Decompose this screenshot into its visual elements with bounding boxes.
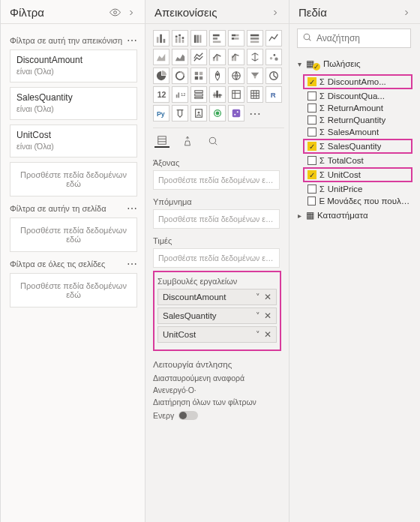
chevron-down-icon[interactable]: ˅ [254, 292, 262, 302]
viz-type-tile[interactable]: 12 [153, 86, 170, 103]
fields-tab-icon[interactable] [154, 134, 170, 148]
field-row[interactable]: ✓ Σ UnitCost [303, 167, 412, 182]
field-row[interactable]: Σ TotalCost [294, 154, 416, 166]
fields-search[interactable] [297, 28, 411, 48]
viz-type-tile[interactable] [172, 49, 188, 65]
more-icon[interactable]: ⋯ [127, 261, 137, 267]
field-row[interactable]: Ε Μονάδες που πουλήθηκ [294, 195, 416, 207]
viz-type-tile[interactable] [172, 105, 188, 122]
table-header[interactable]: ▸ ▦ Καταστήματα [294, 207, 416, 224]
close-icon[interactable]: ✕ [262, 292, 273, 302]
field-checkbox[interactable] [308, 92, 316, 100]
svg-rect-44 [195, 98, 203, 99]
viz-type-tile[interactable] [228, 105, 244, 122]
viz-type-tile[interactable] [228, 30, 244, 46]
more-icon[interactable]: ⋯ [127, 38, 137, 44]
field-row[interactable]: Σ DiscountQua... [294, 90, 416, 102]
field-checkbox[interactable] [308, 104, 316, 112]
viz-type-tile[interactable] [190, 86, 207, 103]
viz-type-tile[interactable] [228, 86, 244, 103]
tooltip-chip[interactable]: SalesQuantity ˅ ✕ [158, 308, 277, 324]
field-row[interactable]: Σ ReturnQuantity [294, 114, 416, 126]
field-row[interactable]: Σ UnitPrice [294, 183, 416, 195]
viz-type-tile[interactable] [209, 105, 226, 122]
field-checkbox[interactable]: ✓ [308, 170, 316, 179]
format-tab-icon[interactable] [180, 134, 195, 148]
viz-type-tile[interactable] [228, 68, 244, 84]
viz-type-tile[interactable] [172, 30, 188, 46]
viz-type-tile[interactable]: Py [153, 105, 170, 122]
field-checkbox[interactable] [308, 196, 316, 206]
drill-header: Λειτουργία άντλησης [153, 360, 284, 369]
viz-type-tile[interactable] [247, 86, 263, 103]
viz-type-tile[interactable] [209, 30, 226, 46]
tooltip-chip[interactable]: DiscountAmount ˅ ✕ [158, 289, 277, 305]
field-checkbox[interactable] [308, 128, 316, 136]
table-header[interactable]: ▾ ▦ ✓ Πωλήσεις [294, 54, 416, 74]
viz-type-tile[interactable] [190, 68, 207, 84]
filter-all-dropzone[interactable]: Προσθέστε πεδία δεδομένων εδώ [10, 273, 137, 308]
viz-type-tile[interactable] [266, 30, 282, 46]
filter-card[interactable]: UnitCost είναι (Όλα) [10, 124, 137, 158]
analytics-tab-icon[interactable] [206, 134, 220, 148]
close-icon[interactable]: ✕ [262, 310, 273, 321]
eye-icon[interactable] [109, 7, 121, 19]
well-values-drop[interactable]: Προσθέστε πεδία δεδομένων εδώ [153, 248, 280, 268]
svg-rect-6 [178, 37, 181, 43]
viz-type-tile[interactable] [153, 49, 170, 65]
field-checkbox[interactable]: ✓ [308, 77, 316, 86]
tooltip-chip[interactable]: UnitCost ˅ ✕ [158, 326, 277, 343]
tooltip-chip-label: DiscountAmount [163, 292, 226, 302]
chevron-right-icon[interactable] [269, 7, 281, 19]
chevron-right-icon[interactable] [400, 7, 412, 19]
viz-type-tile[interactable] [247, 49, 263, 65]
svg-line-70 [214, 142, 217, 145]
viz-more-icon[interactable]: ⋯ [247, 105, 263, 122]
chevron-right-icon[interactable] [125, 7, 137, 19]
viz-type-tile[interactable] [190, 49, 207, 65]
fields-search-input[interactable] [316, 33, 406, 44]
viz-type-tile[interactable]: 12 [172, 86, 188, 103]
fields-header: Πεδία [290, 0, 420, 24]
viz-type-tile[interactable] [209, 49, 226, 65]
more-icon[interactable]: ⋯ [127, 206, 137, 212]
viz-type-tile[interactable] [266, 68, 282, 84]
field-row[interactable]: Σ ReturnAmount [294, 102, 416, 114]
filter-page-dropzone[interactable]: Προσθέστε πεδία δεδομένων εδώ [10, 218, 137, 252]
field-row[interactable]: ✓ Σ DiscountAmo... [303, 74, 412, 89]
filter-card[interactable]: DiscountAmount είναι (Όλα) [10, 50, 137, 82]
search-icon [302, 32, 312, 44]
filter-visual-dropzone[interactable]: Προσθέστε πεδία δεδομένων εδώ [10, 162, 137, 196]
field-checkbox[interactable] [308, 116, 316, 124]
viz-type-tile[interactable] [209, 86, 226, 103]
viz-type-tile[interactable] [153, 30, 170, 46]
well-axis-label: Άξονας [153, 158, 284, 167]
viz-type-tile[interactable] [172, 68, 188, 84]
table-name: Καταστήματα [317, 211, 368, 220]
field-checkbox[interactable] [308, 184, 316, 194]
svg-rect-18 [232, 38, 235, 40]
field-row[interactable]: Σ SalesAmount [294, 126, 416, 138]
viz-type-tile[interactable] [228, 49, 244, 65]
well-axis-drop[interactable]: Προσθέστε πεδία δεδομένων εδώ [153, 170, 280, 190]
field-checkbox[interactable] [308, 156, 316, 165]
svg-rect-24 [216, 55, 218, 61]
viz-type-tile[interactable] [190, 30, 207, 46]
viz-type-tile[interactable] [209, 68, 226, 84]
viz-type-tile[interactable] [153, 68, 170, 84]
svg-rect-11 [196, 35, 199, 44]
chevron-down-icon[interactable]: ˅ [254, 311, 262, 321]
viz-type-tile[interactable] [266, 49, 282, 65]
viz-type-tile[interactable] [190, 105, 207, 122]
viz-type-tile[interactable]: R [266, 86, 282, 103]
close-icon[interactable]: ✕ [262, 329, 273, 340]
chevron-down-icon[interactable]: ˅ [254, 330, 262, 340]
field-row[interactable]: ✓ Σ SalesQuantity [303, 139, 412, 154]
drill-toggle[interactable] [178, 411, 198, 420]
viz-type-tile[interactable] [247, 68, 263, 84]
sigma-icon: Σ [320, 116, 325, 124]
filter-card[interactable]: SalesQuantity είναι (Όλα) [10, 87, 137, 120]
viz-type-tile[interactable] [247, 30, 263, 46]
field-checkbox[interactable]: ✓ [308, 142, 316, 151]
well-legend-drop[interactable]: Προσθέστε πεδία δεδομένων εδώ [153, 209, 280, 229]
